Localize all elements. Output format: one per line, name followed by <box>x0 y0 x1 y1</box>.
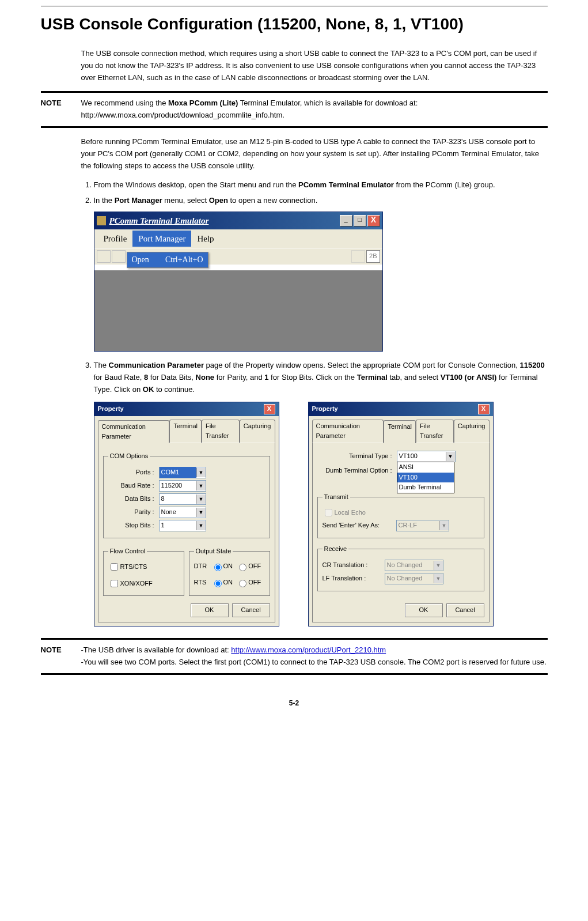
tabstrip: Communication Parameter Terminal File Tr… <box>94 416 279 443</box>
tab-file-transfer[interactable]: File Transfer <box>416 420 454 443</box>
data-combo[interactable]: 8▼ <box>159 493 206 505</box>
property-dialog-comm: Property X Communication Parameter Termi… <box>94 402 279 626</box>
rts-label: RTS <box>194 577 211 588</box>
label-ports: Ports : <box>108 467 154 478</box>
note-label: NOTE <box>41 97 81 122</box>
dialog-title[interactable]: Property X <box>309 402 493 416</box>
dialog-title[interactable]: Property X <box>94 402 279 416</box>
dialog-close-button[interactable]: X <box>478 404 490 414</box>
ok-button[interactable]: OK <box>191 603 229 617</box>
parity-combo[interactable]: None▼ <box>159 507 206 518</box>
cancel-button[interactable]: Cancel <box>232 603 270 617</box>
tab-communication-parameter[interactable]: Communication Parameter <box>98 420 170 443</box>
menu-profile[interactable]: Profile <box>98 231 133 247</box>
s2b: menu, select <box>162 196 209 205</box>
tab-file-transfer[interactable]: File Transfer <box>202 420 240 443</box>
label-termtype: Terminal Type : <box>317 451 392 462</box>
s3b4: None <box>196 373 215 382</box>
s1bold: PComm Terminal Emulator <box>298 180 394 189</box>
baud-value: 115200 <box>160 480 196 492</box>
s3g: tab, and select <box>388 373 441 382</box>
localecho-checkbox <box>325 509 332 516</box>
s3f: for Stop Bits. Click on the <box>268 373 356 382</box>
ok-button[interactable]: OK <box>405 603 443 617</box>
transmit-group: Transmit Local Echo Send 'Enter' Key As:… <box>317 492 484 539</box>
minimize-button[interactable]: _ <box>340 215 352 227</box>
note2-link[interactable]: http://www.moxa.com/product/UPort_2210.h… <box>231 646 386 654</box>
chevron-down-icon: ▼ <box>434 561 443 570</box>
stop-combo[interactable]: 1▼ <box>159 520 206 531</box>
s3b6: Terminal <box>357 373 388 382</box>
toolbar-button-1[interactable] <box>97 250 111 263</box>
client-area <box>94 270 382 351</box>
label-sendenter: Send 'Enter' Key As: <box>323 520 392 531</box>
termtype-combo[interactable]: VT100 ▼ <box>397 451 456 462</box>
label-parity: Parity : <box>108 507 154 518</box>
ports-combo[interactable]: COM1▼ <box>159 467 206 478</box>
parity-value: None <box>160 507 196 518</box>
dtr-label: DTR <box>194 561 211 572</box>
dtr-on-radio[interactable] <box>214 564 222 571</box>
option-ansi[interactable]: ANSI <box>397 462 454 473</box>
step-1: From the Windows desktop, open the Start… <box>94 179 548 191</box>
cancel-button[interactable]: Cancel <box>446 603 484 617</box>
menu-item-open-label: Open <box>132 254 149 266</box>
chevron-down-icon[interactable]: ▼ <box>196 495 206 504</box>
off-label2: OFF <box>248 577 261 588</box>
flow-legend: Flow Control <box>108 546 147 557</box>
tab-terminal[interactable]: Terminal <box>384 420 416 443</box>
rtscts-checkbox[interactable] <box>111 563 118 571</box>
toolbar-button-2[interactable] <box>112 250 126 263</box>
s2c: to open a new connection. <box>228 196 317 205</box>
chevron-down-icon[interactable]: ▼ <box>446 452 455 461</box>
top-rule <box>41 6 548 6</box>
menubar: Profile Port Manager Help <box>94 229 382 248</box>
s3b7: VT100 (or ANSI) <box>441 373 497 382</box>
s3a: The <box>94 361 109 369</box>
flow-control-group: Flow Control RTS/CTS XON/XOFF <box>103 546 184 597</box>
receive-group: Receive CR Translation : No Changed▼ LF … <box>317 544 484 591</box>
tab-communication-parameter[interactable]: Communication Parameter <box>312 420 384 443</box>
menu-item-open-shortcut: Ctrl+Alt+O <box>165 254 203 266</box>
titlebar[interactable]: PComm Terminal Emulator _ □ X <box>94 212 382 229</box>
transmit-legend: Transmit <box>323 492 350 503</box>
dtr-off-radio[interactable] <box>239 564 246 571</box>
dialog-close-button[interactable]: X <box>264 404 275 414</box>
menu-port-manager[interactable]: Port Manager <box>132 231 191 247</box>
s1a: From the Windows desktop, open the Start… <box>94 180 299 189</box>
note1-text-a: We recommend using the <box>81 99 169 107</box>
rts-off-radio[interactable] <box>239 580 246 587</box>
label-baud: Baud Rate : <box>108 481 154 491</box>
intro-paragraph: The USB console connection method, which… <box>81 48 548 84</box>
tab-capturing[interactable]: Capturing <box>240 420 275 443</box>
chevron-down-icon[interactable]: ▼ <box>196 521 206 530</box>
chevron-down-icon: ▼ <box>439 521 449 530</box>
note-body: We recommend using the Moxa PComm (Lite)… <box>81 97 548 122</box>
chevron-down-icon[interactable]: ▼ <box>196 481 206 490</box>
output-state-group: Output State DTR ON OFF RTS ON OFF <box>189 546 270 597</box>
close-button[interactable]: X <box>367 215 380 227</box>
menu-help[interactable]: Help <box>191 231 219 247</box>
menu-item-open[interactable]: Open Ctrl+Alt+O <box>127 252 208 267</box>
option-vt100[interactable]: VT100 <box>397 473 454 483</box>
chevron-down-icon[interactable]: ▼ <box>196 468 206 477</box>
xonxoff-checkbox[interactable] <box>111 580 118 587</box>
maximize-button[interactable]: □ <box>354 215 366 227</box>
s3b1: Communication Parameter <box>109 361 204 369</box>
s3c: for Baud Rate, <box>94 373 144 382</box>
output-legend: Output State <box>194 546 233 557</box>
step-3: The Communication Parameter page of the … <box>94 360 548 395</box>
tab-capturing[interactable]: Capturing <box>454 420 490 443</box>
rts-on-radio[interactable] <box>214 580 222 587</box>
option-dumb[interactable]: Dumb Terminal <box>397 482 454 493</box>
baud-combo[interactable]: 115200▼ <box>159 480 206 492</box>
tab-terminal[interactable]: Terminal <box>169 420 202 443</box>
property-dialog-terminal: Property X Communication Parameter Termi… <box>308 402 494 626</box>
chevron-down-icon[interactable]: ▼ <box>196 508 206 517</box>
page-title: USB Console Configuration (115200, None,… <box>41 12 548 36</box>
note-box-1: NOTE We recommend using the Moxa PComm (… <box>41 91 548 128</box>
label-cr: CR Translation : <box>323 560 380 571</box>
lf-value: No Changed <box>385 573 434 584</box>
note-box-2: NOTE -The USB driver is available for do… <box>41 638 548 675</box>
toolbar-button-3[interactable] <box>351 250 365 263</box>
